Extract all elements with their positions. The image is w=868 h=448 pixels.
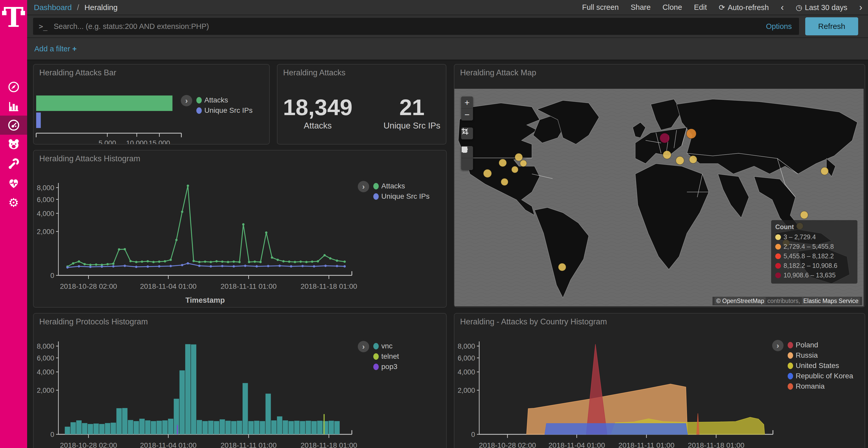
top-actions: Full screen Share Clone Edit ⟳Auto-refre… [582, 2, 862, 13]
legend-item[interactable]: Attacks [373, 181, 430, 191]
legend-label: Unique Src IPs [204, 106, 253, 114]
legend-item[interactable]: pop3 [373, 361, 399, 372]
panel-title: Heralding - Attacks by Country Histogram [460, 317, 607, 326]
legend-item[interactable]: 5,455.8 – 8,182.2 [775, 251, 853, 261]
svg-text:2,000: 2,000 [458, 387, 475, 394]
panel-protocols-histogram: Heralding Protocols Histogram 02,0004,00… [33, 313, 447, 448]
search-input[interactable] [53, 22, 766, 31]
breadcrumb-dashboard-link[interactable]: Dashboard [34, 3, 72, 12]
ems-link[interactable]: Elastic Maps Service [802, 297, 860, 305]
legend-title: Count [775, 223, 853, 231]
panel-title: Heralding Attacks Bar [39, 68, 116, 77]
clone-button[interactable]: Clone [663, 3, 682, 12]
legend-dot [788, 352, 793, 359]
sidebar-item-discover[interactable] [0, 77, 27, 97]
sidebar-item-dashboard[interactable] [0, 115, 27, 135]
svg-text:2018-10-28 02:00: 2018-10-28 02:00 [60, 282, 117, 290]
legend-dot [788, 373, 793, 379]
legend-expand-chevron[interactable]: › [358, 341, 369, 352]
tmobile-logo-dot-right [21, 11, 25, 15]
legend-item[interactable]: telnet [373, 351, 399, 361]
heartbeat-icon [7, 176, 20, 189]
osm-link[interactable]: © OpenStreetMap [715, 297, 766, 305]
share-button[interactable]: Share [630, 3, 650, 12]
sidebar-item-devtools[interactable] [0, 154, 27, 173]
legend-dot [788, 342, 793, 348]
metric-attacks: 18,349 Attacks [283, 96, 352, 131]
world-map[interactable]: + − Count 3 – 2,729.42,729.4 – 5,455.85,… [455, 89, 864, 306]
protocols-bar-chart[interactable]: 02,0004,0006,0008,0002018-10-28 02:00201… [34, 314, 385, 448]
legend-item[interactable]: Republic of Korea [788, 371, 853, 381]
svg-text:2018-11-04 01:00: 2018-11-04 01:00 [549, 441, 605, 448]
time-back-arrow[interactable]: ‹ [781, 2, 784, 13]
legend-item[interactable]: Romania [788, 381, 853, 391]
gear-icon: ⚙ [8, 197, 19, 208]
legend-label: 8,182.2 – 10,908.6 [783, 262, 838, 269]
legend-item[interactable]: Unique Src IPs [196, 105, 253, 115]
legend-item[interactable]: 10,908.6 – 13,635 [775, 271, 853, 280]
legend-dot [788, 383, 793, 390]
svg-text:2018-11-04 01:00: 2018-11-04 01:00 [140, 282, 196, 290]
legend-item[interactable]: Attacks [196, 95, 253, 105]
legend-expand-chevron[interactable]: › [772, 340, 783, 351]
svg-text:2,000: 2,000 [37, 387, 54, 394]
svg-text:8,000: 8,000 [458, 342, 475, 350]
svg-text:6,000: 6,000 [37, 196, 54, 204]
zoom-out-button[interactable]: − [461, 109, 473, 120]
legend-item[interactable]: Russia [788, 350, 853, 360]
rectangle-tool-icon[interactable] [461, 158, 473, 170]
refresh-button[interactable]: Refresh [805, 17, 858, 35]
sidebar-item-management[interactable]: ⚙ [0, 193, 27, 212]
legend-label: 2,729.4 – 5,455.8 [783, 243, 834, 250]
country-area-chart[interactable]: 02,0004,0006,0008,0002018-10-28 02:00201… [455, 314, 798, 448]
svg-text:2018-11-11 01:00: 2018-11-11 01:00 [221, 441, 277, 448]
sidebar: T ⚙ [0, 0, 27, 448]
legend-item[interactable]: 8,182.2 – 10,908.6 [775, 261, 853, 271]
legend-item[interactable]: 3 – 2,729.4 [775, 232, 853, 242]
legend-dot [196, 107, 202, 114]
svg-text:5,000: 5,000 [99, 139, 116, 144]
sidebar-item-visualize[interactable] [0, 97, 27, 115]
breadcrumb-separator: / [77, 3, 79, 12]
svg-text:2018-10-28 02:00: 2018-10-28 02:00 [60, 441, 117, 448]
svg-text:2,000: 2,000 [37, 228, 54, 236]
zoom-in-button[interactable]: + [461, 97, 473, 109]
metric-value: 18,349 [283, 96, 352, 119]
options-link[interactable]: Options [766, 22, 792, 31]
tmobile-logo[interactable]: T [0, 4, 27, 35]
svg-text:0: 0 [471, 431, 475, 439]
legend-item[interactable]: Unique Src IPs [373, 191, 430, 202]
time-forward-arrow[interactable]: › [859, 2, 862, 13]
legend-label: Romania [796, 382, 825, 390]
time-range-picker[interactable]: ◷Last 30 days [796, 3, 847, 12]
auto-refresh-button[interactable]: ⟳Auto-refresh [719, 3, 769, 12]
svg-text:6,000: 6,000 [458, 354, 475, 362]
sidebar-item-tpot[interactable] [0, 135, 27, 154]
legend-item[interactable]: vnc [373, 341, 399, 351]
svg-text:Timestamp: Timestamp [185, 296, 225, 304]
legend-expand-chevron[interactable]: › [181, 95, 192, 106]
map-zoom-controls: + − [461, 97, 473, 120]
edit-button[interactable]: Edit [694, 3, 707, 12]
legend-label: Republic of Korea [796, 372, 853, 380]
legend-item[interactable]: 2,729.4 – 5,455.8 [775, 242, 853, 251]
crop-bounds-icon[interactable] [461, 128, 473, 139]
legend-item[interactable]: United States [788, 360, 853, 371]
legend-expand-chevron[interactable]: › [358, 181, 369, 192]
panel-attack-map: Heralding Attack Map [454, 64, 865, 307]
legend-dot [373, 183, 379, 189]
full-screen-button[interactable]: Full screen [582, 3, 619, 12]
sidebar-item-monitoring[interactable] [0, 173, 27, 193]
svg-text:4,000: 4,000 [458, 368, 475, 376]
map-fit-control [461, 128, 473, 139]
add-filter-button[interactable]: Add a filter+ [34, 45, 77, 53]
attacks-line-chart[interactable]: 02,0004,0006,0008,0002018-10-28 02:00201… [34, 150, 385, 307]
compass-icon [7, 81, 20, 93]
panel-attacks-histogram: Heralding Attacks Histogram 02,0004,0006… [33, 150, 447, 308]
query-bar: >_ Options Refresh [27, 15, 868, 37]
svg-text:2018-10-28 02:00: 2018-10-28 02:00 [479, 441, 536, 448]
legend-dot [775, 253, 781, 259]
legend-item[interactable]: Poland [788, 340, 853, 350]
panel-country-histogram: Heralding - Attacks by Country Histogram… [454, 313, 865, 448]
map-attribution: © OpenStreetMap contributors, Elastic Ma… [712, 297, 862, 305]
